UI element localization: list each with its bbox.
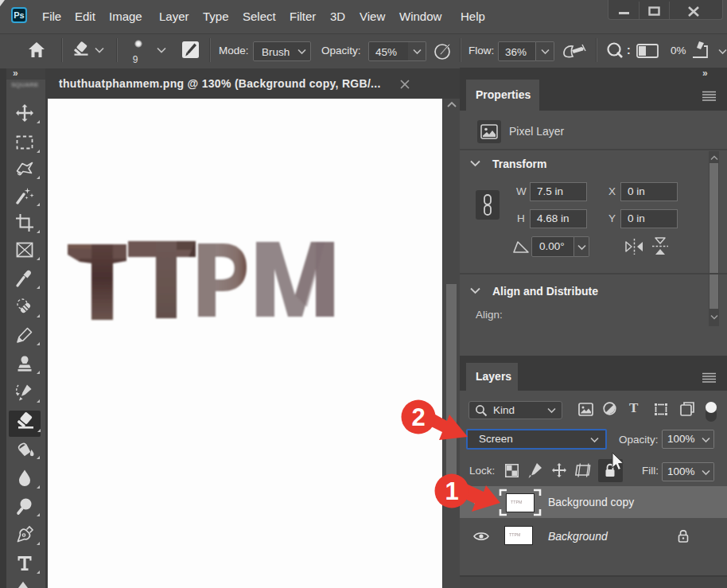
svg-text:2: 2 (411, 403, 425, 431)
svg-text:1: 1 (445, 477, 458, 505)
